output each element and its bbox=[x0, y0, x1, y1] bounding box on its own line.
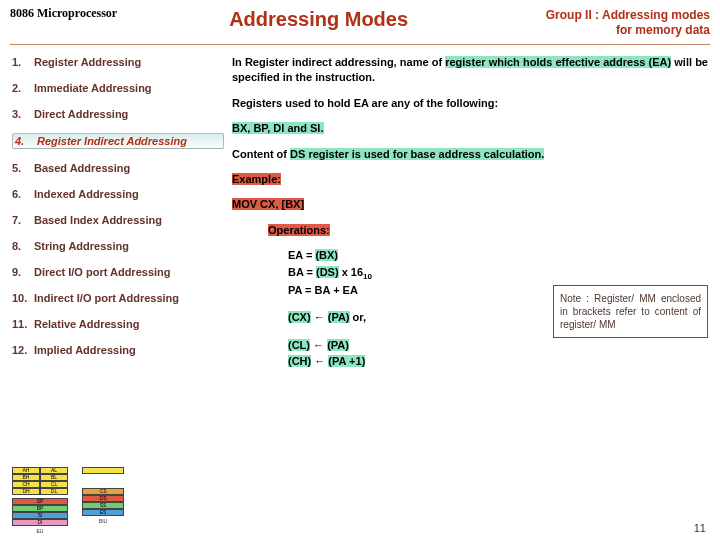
t: x 16 bbox=[339, 266, 363, 278]
mode-label: Based Addressing bbox=[34, 162, 130, 174]
mode-label: Relative Addressing bbox=[34, 318, 139, 330]
t: BA = bbox=[288, 266, 316, 278]
logo-text: 8086 Microprocessor bbox=[10, 4, 117, 21]
hl-regs: BX, BP, DI and SI. bbox=[232, 122, 324, 134]
hl-pa3: (PA +1) bbox=[328, 355, 365, 367]
hl-ds2: (DS) bbox=[316, 266, 339, 278]
t: Content of bbox=[232, 148, 290, 160]
operations-label: Operations: bbox=[232, 223, 708, 238]
hl-ops: Operations: bbox=[268, 224, 330, 236]
divider bbox=[10, 44, 710, 45]
mode-number: 9. bbox=[12, 266, 34, 278]
mode-label: Implied Addressing bbox=[34, 344, 136, 356]
hl-bx: (BX) bbox=[315, 249, 338, 261]
mode-label: Direct Addressing bbox=[34, 108, 128, 120]
mode-number: 3. bbox=[12, 108, 34, 120]
subtitle-line1: Group II : Addressing modes bbox=[546, 8, 710, 22]
example-code: MOV CX, [BX] bbox=[232, 197, 708, 212]
para-registers-intro: Registers used to hold EA are any of the… bbox=[232, 96, 708, 111]
hl-example: Example: bbox=[232, 173, 281, 185]
mode-number: 1. bbox=[12, 56, 34, 68]
mode-item: 4.Register Indirect Addressing bbox=[12, 133, 224, 149]
mode-number: 12. bbox=[12, 344, 34, 356]
mode-item: 3.Direct Addressing bbox=[12, 107, 224, 121]
mode-number: 10. bbox=[12, 292, 34, 304]
mode-label: Direct I/O port Addressing bbox=[34, 266, 171, 278]
example-label: Example: bbox=[232, 172, 708, 187]
mode-item: 11.Relative Addressing bbox=[12, 317, 224, 331]
mode-label: String Addressing bbox=[34, 240, 129, 252]
mode-label: Indirect I/O port Addressing bbox=[34, 292, 179, 304]
hl-mov: MOV CX, [BX] bbox=[232, 198, 304, 210]
mode-item: 8.String Addressing bbox=[12, 239, 224, 253]
subtitle: Group II : Addressing modes for memory d… bbox=[520, 4, 710, 38]
mode-number: 7. bbox=[12, 214, 34, 226]
mode-label: Indexed Addressing bbox=[34, 188, 139, 200]
para-ds: Content of DS register is used for base … bbox=[232, 147, 708, 162]
para-definition: In Register indirect addressing, name of… bbox=[232, 55, 708, 86]
mode-number: 11. bbox=[12, 318, 34, 330]
subtitle-line2: for memory data bbox=[616, 23, 710, 37]
mode-item: 6.Indexed Addressing bbox=[12, 187, 224, 201]
para-registers-list: BX, BP, DI and SI. bbox=[232, 121, 708, 136]
mode-item: 5.Based Addressing bbox=[12, 161, 224, 175]
mode-number: 8. bbox=[12, 240, 34, 252]
mode-label: Register Addressing bbox=[34, 56, 141, 68]
sub: 10 bbox=[363, 272, 372, 281]
register-diagram: AHAL BHBL CHCL DHDL SP BP SI DI EU CS DS… bbox=[12, 467, 132, 532]
biu-label: BIU bbox=[82, 518, 124, 524]
mode-item: 12.Implied Addressing bbox=[12, 343, 224, 357]
hl-register-ea: register which holds effective address (… bbox=[445, 56, 671, 68]
mode-item: 2.Immediate Addressing bbox=[12, 81, 224, 95]
mode-number: 6. bbox=[12, 188, 34, 200]
mode-label: Based Index Addressing bbox=[34, 214, 162, 226]
mode-item: 10.Indirect I/O port Addressing bbox=[12, 291, 224, 305]
modes-list: 1.Register Addressing2.Immediate Address… bbox=[12, 55, 232, 370]
page-number: 11 bbox=[694, 522, 706, 534]
note-box: Note : Register/ MM enclosed in brackets… bbox=[553, 285, 708, 338]
hl-cl: (CL) bbox=[288, 339, 310, 351]
mode-item: 7.Based Index Addressing bbox=[12, 213, 224, 227]
arrow-icon: ← bbox=[311, 355, 328, 367]
mode-label: Immediate Addressing bbox=[34, 82, 152, 94]
mode-item: 9.Direct I/O port Addressing bbox=[12, 265, 224, 279]
hl-ch: (CH) bbox=[288, 355, 311, 367]
mode-number: 4. bbox=[15, 135, 37, 147]
eu-label: EU bbox=[12, 528, 68, 534]
hl-pa: (PA) bbox=[328, 311, 350, 323]
arrow-icon: ← bbox=[311, 311, 328, 323]
mode-item: 1.Register Addressing bbox=[12, 55, 224, 69]
t: or, bbox=[350, 311, 367, 323]
hl-ds: DS register is used for base address cal… bbox=[290, 148, 544, 160]
arrow-icon: ← bbox=[310, 339, 327, 351]
hl-cx: (CX) bbox=[288, 311, 311, 323]
t: EA = bbox=[288, 249, 315, 261]
mode-label: Register Indirect Addressing bbox=[37, 135, 187, 147]
mode-number: 5. bbox=[12, 162, 34, 174]
hl-pa2: (PA) bbox=[327, 339, 349, 351]
page-title: Addressing Modes bbox=[117, 4, 520, 31]
mode-number: 2. bbox=[12, 82, 34, 94]
t: In Register indirect addressing, name of bbox=[232, 56, 445, 68]
content-pane: In Register indirect addressing, name of… bbox=[232, 55, 708, 370]
